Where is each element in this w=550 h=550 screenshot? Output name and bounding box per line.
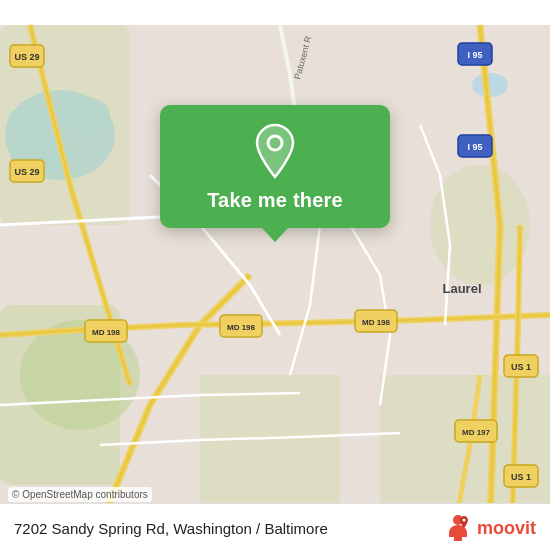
svg-rect-9 [200, 375, 340, 515]
svg-text:US 29: US 29 [14, 167, 39, 177]
address-text: 7202 Sandy Spring Rd, Washington / Balti… [14, 520, 328, 537]
svg-text:MD 198: MD 198 [92, 328, 121, 337]
svg-text:I 95: I 95 [467, 50, 482, 60]
svg-text:Laurel: Laurel [442, 281, 481, 296]
svg-text:MD 198: MD 198 [227, 323, 256, 332]
moovit-logo-icon [444, 514, 472, 542]
location-pin-icon [247, 123, 303, 179]
osm-attribution: © OpenStreetMap contributors [8, 487, 152, 502]
svg-text:US 1: US 1 [511, 472, 531, 482]
moovit-logo: moovit [444, 514, 536, 542]
svg-text:MD 198: MD 198 [362, 318, 391, 327]
svg-text:US 29: US 29 [14, 52, 39, 62]
svg-text:I 95: I 95 [467, 142, 482, 152]
bottom-bar: 7202 Sandy Spring Rd, Washington / Balti… [0, 503, 550, 550]
take-me-there-label: Take me there [207, 189, 343, 212]
svg-point-11 [430, 165, 530, 285]
moovit-text: moovit [477, 518, 536, 539]
map-container: US 29 US 29 I 95 I 95 MD 198 MD 198 MD 1… [0, 0, 550, 550]
svg-text:MD 197: MD 197 [462, 428, 491, 437]
svg-text:US 1: US 1 [511, 362, 531, 372]
map-background: US 29 US 29 I 95 I 95 MD 198 MD 198 MD 1… [0, 0, 550, 550]
take-me-there-card[interactable]: Take me there [160, 105, 390, 228]
svg-point-36 [462, 519, 465, 522]
